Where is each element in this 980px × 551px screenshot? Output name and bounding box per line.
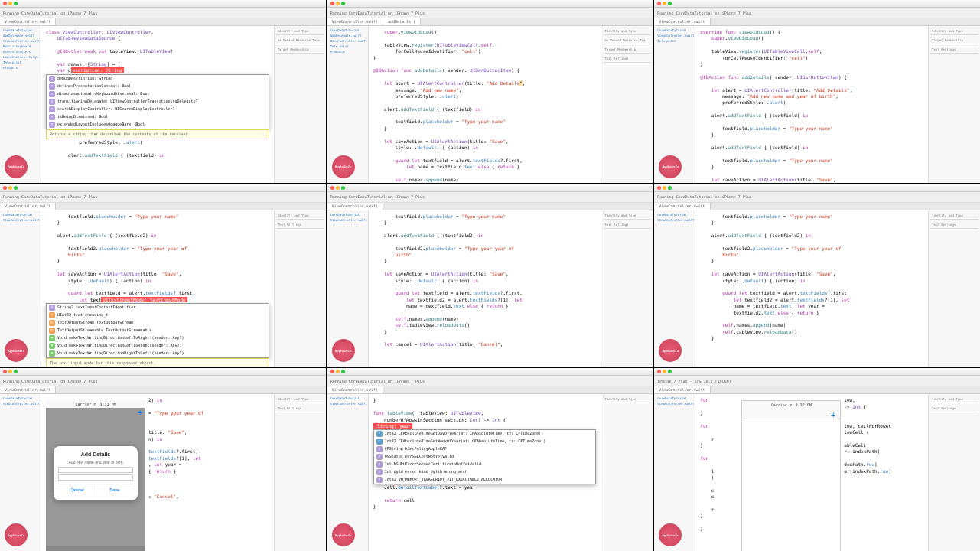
- year-input[interactable]: [58, 474, 133, 481]
- inspector: Identity and Type On Demand Resource Tag…: [601, 26, 653, 183]
- inspector: Identity and Type: [601, 394, 653, 551]
- watermark-logo: AppkoderZa: [659, 155, 682, 178]
- sidebar-item[interactable]: Products: [2, 65, 39, 70]
- ios-simulator[interactable]: Carrier ᯤ 3:31 PM + Add Details Add new …: [46, 400, 145, 551]
- xcode-frame-9: iPhone 7 Plus - iOS 10.2 (14C89) ViewCon…: [654, 368, 980, 551]
- inspector: Identity and Type Text Settings: [928, 210, 980, 367]
- sidebar-item[interactable]: AppDelegate.swift: [2, 33, 39, 38]
- inspector: Identity and Type Text Settings: [601, 210, 653, 367]
- sidebar-item[interactable]: LaunchScreen.storyb...: [2, 54, 39, 60]
- inspector: Identity and Type Text Settings: [928, 394, 980, 551]
- autocomplete-popup[interactable]: VString? textInputContextIdentifier TUIn…: [46, 303, 269, 358]
- code-editor[interactable]: textfield.placeholder = "Type your name"…: [41, 210, 274, 367]
- alert-dialog: Add Details Add new name and year of bir…: [54, 446, 138, 500]
- sim-status-bar: Carrier ᯤ 3:32 PM: [742, 401, 840, 409]
- zoom-icon[interactable]: [14, 2, 18, 5]
- autocomplete-tip: The text input mode for this responder o…: [46, 358, 269, 367]
- minimize-icon[interactable]: [8, 2, 12, 5]
- sidebar-item[interactable]: Assets.xcassets: [2, 49, 39, 54]
- autocomplete-popup[interactable]: fInt32 CFAbsoluteTimeGetDayOfYear(at: CF…: [373, 429, 597, 484]
- inspector: Identity and Type On Demand Resource Tag…: [274, 26, 326, 183]
- alert-message: Add new name and year of birth: [58, 460, 133, 465]
- watermark-logo: AppkoderZa: [5, 523, 28, 546]
- add-icon[interactable]: +: [138, 408, 142, 419]
- tabbar: ViewController.swift: [0, 18, 326, 26]
- sidebar-item[interactable]: Info.plist: [2, 60, 39, 65]
- name-input[interactable]: [58, 467, 133, 473]
- add-icon[interactable]: +: [831, 410, 835, 421]
- code-editor[interactable]: fun } fun r } fun l ( c c r } } Carrier …: [695, 394, 928, 551]
- code-editor[interactable]: Carrier ᯤ 3:31 PM + Add Details Add new …: [41, 394, 274, 551]
- sidebar-item[interactable]: CoreDataTutorial: [2, 28, 39, 33]
- xcode-frame-6: Running CoreDataTutorial on iPhone 7 Plu…: [654, 184, 980, 367]
- watermark-logo: AppkoderZa: [332, 339, 355, 362]
- inspector: Identity and Type Text Settings: [274, 394, 326, 551]
- code-editor[interactable]: textfield.placeholder = "Type your name"…: [695, 210, 928, 367]
- save-button[interactable]: Save: [96, 484, 134, 495]
- autocomplete-popup[interactable]: VdebugDescription: String VdefinesPresen…: [46, 74, 269, 129]
- xcode-frame-1: Running CoreDataTutorial on iPhone 7 Plu…: [0, 0, 326, 183]
- titlebar: [0, 0, 326, 8]
- xcode-frame-5: Running CoreDataTutorial on iPhone 7 Plu…: [327, 184, 653, 367]
- xcode-frame-3: Running CoreDataTutorial on iPhone 7 Plu…: [654, 0, 980, 183]
- code-editor[interactable]: textfield.placeholder = "Type your name"…: [369, 210, 601, 367]
- xcode-frame-8: Running CoreDataTutorial on iPhone 7 Plu…: [327, 368, 653, 551]
- inspector: Identity and Type Target Membership Text…: [928, 26, 980, 183]
- code-editor[interactable]: super.viewDidLoad() tableView.register(U…: [369, 26, 601, 183]
- autocomplete-tip: Returns a string that describes the cont…: [46, 129, 269, 139]
- sidebar-item[interactable]: ViewController.swift: [2, 38, 39, 44]
- watermark-logo: AppkoderZa: [332, 523, 355, 546]
- inspector: Identity and Type Text Settings: [274, 210, 326, 367]
- tab[interactable]: ViewController.swift: [0, 18, 56, 25]
- cancel-button[interactable]: Cancel: [58, 484, 96, 495]
- alert-title: Add Details: [58, 451, 133, 458]
- watermark-logo: AppkoderZa: [332, 155, 355, 178]
- close-icon[interactable]: [3, 2, 7, 5]
- watermark-logo: AppkoderZa: [5, 155, 28, 178]
- ios-simulator[interactable]: Carrier ᯤ 3:32 PM +: [741, 400, 841, 551]
- xcode-frame-2: Running CoreDataTutorial on iPhone 7 Plu…: [327, 0, 653, 183]
- toolbar: Running CoreDataTutorial on iPhone 7 Plu…: [0, 8, 326, 18]
- sim-navbar: +: [742, 409, 840, 419]
- xcode-frame-4: Running CoreDataTutorial on iPhone 7 Plu…: [0, 184, 326, 367]
- code-editor[interactable]: class ViewController: UIViewController, …: [41, 26, 274, 183]
- code-editor[interactable]: } func tableView(_ tableView: UITableVie…: [369, 394, 601, 551]
- sidebar-item[interactable]: Main.storyboard: [2, 44, 39, 49]
- autocomplete-highlight: escription: String: [71, 67, 124, 73]
- code-editor[interactable]: override func viewDidLoad() { super.view…: [695, 26, 928, 183]
- run-status: Running CoreDataTutorial on iPhone 7 Plu…: [3, 11, 97, 15]
- sim-status-bar: Carrier ᯤ 3:31 PM: [46, 400, 145, 408]
- xcode-frame-7: Running CoreDataTutorial on iPhone 7 Plu…: [0, 368, 326, 551]
